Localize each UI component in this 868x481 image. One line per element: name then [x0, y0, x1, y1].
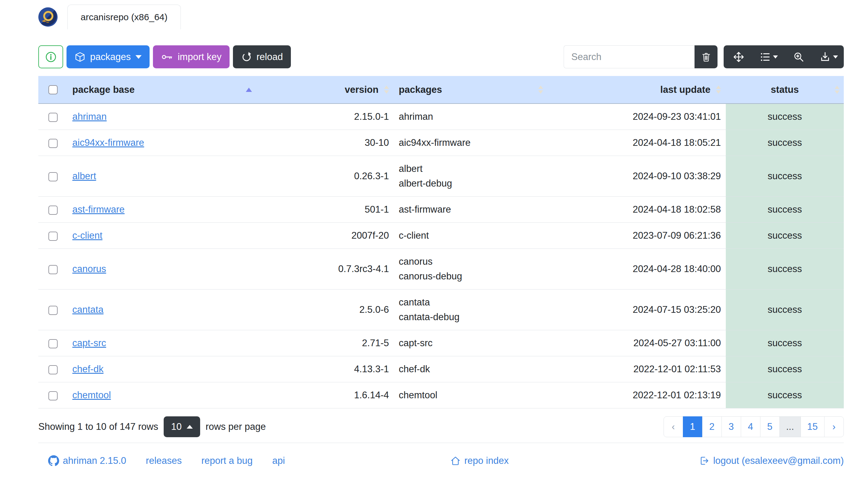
packages-dropdown-button[interactable]: packages [66, 45, 150, 68]
page-prev-link[interactable]: ‹ [663, 416, 683, 437]
version-cell: 2007f-20 [257, 223, 394, 249]
header-last-update[interactable]: last update [548, 76, 726, 103]
repo-index-label: repo index [464, 455, 509, 466]
version-cell: 4.13.3-1 [257, 356, 394, 382]
releases-label: releases [146, 455, 182, 466]
package-base-link[interactable]: ahriman [72, 111, 107, 122]
row-checkbox[interactable] [49, 365, 58, 374]
status-badge: success [768, 230, 802, 241]
pagination-bar: Showing 1 to 10 of 147 rows 10 rows per … [38, 416, 844, 437]
header-status[interactable]: status [726, 76, 844, 103]
page-link[interactable]: 15 [801, 416, 825, 437]
row-checkbox[interactable] [49, 139, 58, 148]
page-item-2: 2 [703, 416, 722, 437]
download-icon [819, 52, 831, 63]
columns-dropdown-button[interactable] [754, 45, 784, 68]
row-checkbox[interactable] [49, 339, 58, 348]
page-link[interactable]: 3 [721, 416, 741, 437]
repo-index-link[interactable]: repo index [450, 455, 509, 466]
move-columns-button[interactable] [724, 45, 754, 68]
package-base-cell: ahriman [67, 103, 257, 130]
package-base-link[interactable]: ast-firmware [72, 204, 125, 215]
fullscreen-button[interactable] [784, 45, 814, 68]
clear-search-button[interactable] [694, 45, 717, 68]
package-base-link[interactable]: cantata [72, 304, 103, 315]
last-update-cell: 2022-12-01 02:11:53 [548, 356, 726, 382]
last-update-cell: 2024-04-18 18:02:58 [548, 197, 726, 223]
status-cell: success [726, 249, 844, 290]
table-tools-group [724, 45, 844, 68]
info-button[interactable] [38, 45, 63, 68]
header-packages[interactable]: packages [394, 76, 548, 103]
header-version[interactable]: version [257, 76, 394, 103]
package-base-link[interactable]: aic94xx-firmware [72, 137, 144, 148]
row-checkbox-cell [38, 223, 67, 249]
top-bar: arcanisrepo (x86_64) [38, 5, 844, 34]
status-cell: success [726, 223, 844, 249]
reload-button[interactable]: reload [233, 45, 291, 68]
row-checkbox[interactable] [49, 172, 58, 181]
page-link[interactable]: 4 [741, 416, 761, 437]
page-next-link[interactable]: › [824, 416, 844, 437]
status-badge: success [768, 137, 802, 148]
package-base-link[interactable]: chemtool [72, 390, 111, 400]
status-badge: success [768, 338, 802, 348]
api-label: api [272, 455, 285, 466]
chevron-down-icon [135, 55, 142, 59]
page-link[interactable]: ... [779, 416, 801, 437]
version-cell: 30-10 [257, 130, 394, 156]
row-checkbox[interactable] [49, 113, 58, 122]
table-row: chef-dk 4.13.3-1 chef-dk 2022-12-01 02:1… [38, 356, 844, 382]
logout-link[interactable]: logout (esalexeev@gmail.com) [699, 455, 844, 466]
package-base-link[interactable]: chef-dk [72, 364, 103, 374]
last-update-cell: 2022-12-01 02:13:19 [548, 382, 726, 408]
header-package-base[interactable]: package base [67, 76, 257, 103]
select-all-checkbox[interactable] [49, 85, 58, 94]
status-cell: success [726, 330, 844, 356]
package-name: chemtool [399, 388, 543, 403]
select-all-header [38, 76, 67, 103]
pagination-info: Showing 1 to 10 of 147 rows [38, 421, 158, 432]
package-base-link[interactable]: albert [72, 171, 96, 181]
package-name: canorus-debug [399, 269, 543, 284]
package-base-link[interactable]: canorus [72, 263, 106, 274]
row-checkbox-cell [38, 130, 67, 156]
toolbar: packages import key reload [38, 45, 844, 68]
package-name: albert [399, 161, 543, 176]
row-checkbox-cell [38, 290, 67, 330]
package-base-cell: canorus [67, 249, 257, 290]
row-checkbox[interactable] [49, 306, 58, 315]
row-checkbox-cell [38, 382, 67, 408]
row-checkbox[interactable] [49, 205, 58, 215]
row-checkbox[interactable] [49, 232, 58, 241]
package-base-cell: aic94xx-firmware [67, 130, 257, 156]
page-link[interactable]: 2 [702, 416, 722, 437]
report-bug-label: report a bug [202, 455, 253, 466]
export-dropdown-button[interactable] [814, 45, 844, 68]
row-checkbox-cell [38, 103, 67, 130]
report-bug-link[interactable]: report a bug [202, 455, 253, 466]
package-base-link[interactable]: capt-src [72, 338, 106, 348]
page-link[interactable]: 5 [760, 416, 780, 437]
row-checkbox[interactable] [49, 391, 58, 400]
package-base-cell: cantata [67, 290, 257, 330]
row-checkbox[interactable] [49, 265, 58, 274]
api-link[interactable]: api [272, 455, 285, 466]
page-size-dropdown[interactable]: 10 [164, 416, 200, 437]
package-name: ahriman [399, 109, 543, 124]
page-item-1: 1 [683, 416, 703, 437]
search-input[interactable] [564, 45, 694, 68]
package-name: c-client [399, 228, 543, 243]
footer: ahriman 2.15.0 releases report a bug api… [38, 452, 844, 470]
repository-tab[interactable]: arcanisrepo (x86_64) [67, 5, 181, 29]
import-key-button[interactable]: import key [153, 45, 229, 68]
page-prev: ‹ [663, 416, 683, 437]
header-label: status [771, 84, 799, 95]
releases-link[interactable]: releases [146, 455, 182, 466]
package-base-link[interactable]: c-client [72, 230, 102, 241]
page-item-15: 15 [801, 416, 825, 437]
table-row: c-client 2007f-20 c-client 2023-07-09 06… [38, 223, 844, 249]
github-version-link[interactable]: ahriman 2.15.0 [48, 455, 126, 466]
page-link[interactable]: 1 [683, 416, 703, 437]
status-badge: success [768, 364, 802, 374]
